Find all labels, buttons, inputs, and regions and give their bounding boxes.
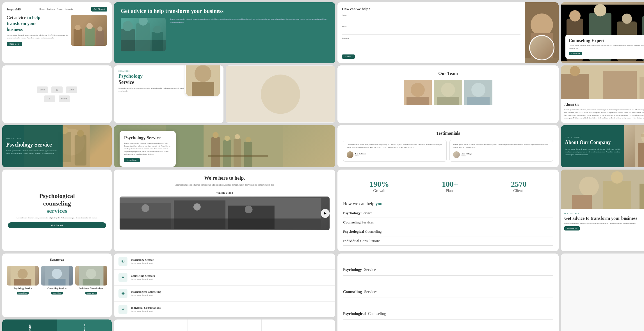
logo-2: ◯ — [51, 86, 63, 93]
service-item-1-desc: Lorem ipsum dolor sit amet — [131, 262, 154, 264]
feature-2-learn-button[interactable]: Learn More — [51, 292, 63, 295]
author-1-role: Client — [355, 155, 366, 157]
who-tag: WHO WE ARE — [6, 137, 59, 140]
team-photo-2 — [434, 80, 462, 105]
testimonials-title: Testimonials — [343, 131, 553, 136]
strip-item-3: Psychological Counseling — [262, 319, 335, 331]
team-title: Our Team — [343, 71, 553, 76]
svg-rect-65 — [641, 134, 644, 137]
get-started-button[interactable]: Get Started — [91, 7, 107, 12]
watch-video-label: Watch Video — [120, 191, 330, 194]
logos-card: LOGO ◯ Mobisie ◆ BRAND — [2, 65, 112, 123]
service-list-item-2-text: Counseling Services Lorem ipsum dolor si… — [131, 274, 155, 280]
service-item-2-desc: Lorem ipsum dolor sit amet — [131, 278, 155, 280]
read-more-button[interactable]: Read More — [7, 42, 22, 46]
features-title: Features — [7, 258, 107, 262]
author-2-name: Ann Hidalgo — [462, 153, 472, 155]
psychology-label: Psychology Service — [2, 319, 57, 331]
service-item-4-title: Individual Consultations — [131, 306, 161, 309]
stat-growth: 190% Growth — [369, 180, 389, 193]
svg-point-38 — [471, 83, 485, 97]
svg-point-27 — [195, 65, 211, 82]
submit-button[interactable]: Submit — [342, 54, 355, 59]
service-tag: SERVICES — [118, 70, 185, 72]
textarea-label: Textarea — [342, 37, 520, 39]
who-we-are-card: WHO WE ARE Psychology Service Lorem ipsu… — [2, 125, 112, 167]
author-1-name: Ben Calhoun — [355, 153, 366, 155]
video-thumbnail[interactable]: ▶ — [120, 197, 330, 230]
stat-clients-number: 2570 — [511, 180, 527, 189]
svg-rect-36 — [437, 97, 459, 105]
mission-tag: OUR MISSION — [565, 136, 623, 138]
feature-2-image — [41, 266, 73, 286]
logo-5: BRAND — [59, 95, 70, 102]
nav-home[interactable]: Home — [39, 8, 45, 10]
stat-clients-label: Clients — [511, 189, 527, 193]
features-grid: Psychology Service Learn More Counseling… — [7, 266, 107, 295]
svg-rect-59 — [244, 142, 252, 167]
hero-card: InspireMS Home Features About Contacts G… — [2, 2, 112, 63]
company-title: About Our Company — [565, 140, 623, 146]
advice-read-more-button[interactable]: Read More — [564, 226, 580, 230]
svg-rect-41 — [561, 74, 589, 99]
play-button[interactable]: ▶ — [321, 209, 330, 218]
feature-1: Psychology Service Learn More — [7, 266, 39, 295]
svg-point-75 — [579, 177, 599, 196]
business-image — [121, 18, 166, 51]
textarea-input[interactable] — [342, 40, 520, 50]
expert-card: Counseling Expert Lorem ipsum dolor sit … — [561, 2, 644, 63]
get-started-counseling-button[interactable]: Get Started — [8, 222, 106, 228]
about-company-text: OUR MISSION About Our Company Lorem ipsu… — [561, 125, 627, 167]
contact-title: How can we help? — [342, 7, 520, 11]
svg-point-58 — [235, 134, 240, 139]
service-item-2-title: Counseling Services — [131, 274, 155, 277]
about-us-title: About Us — [564, 102, 644, 107]
svg-rect-44 — [640, 77, 644, 99]
hero-title: Get advice to help transform your busine… — [7, 15, 68, 32]
svg-point-85 — [52, 269, 62, 279]
vertical-labels-card: Psychology Service Counseling Services — [2, 319, 112, 331]
expert-overlay: Counseling Expert Lorem ipsum dolor sit … — [565, 35, 644, 59]
feature-3-learn-button[interactable]: Learn More — [85, 292, 97, 295]
nav-features[interactable]: Features — [47, 8, 55, 10]
svg-rect-43 — [603, 71, 637, 99]
name-input[interactable] — [342, 17, 520, 23]
service-list-item-1-text: Psychology Service Lorem ipsum dolor sit… — [131, 258, 154, 264]
service-list-item-4-text: Individual Consultations Lorem ipsum dol… — [131, 306, 161, 312]
tour-button[interactable]: Tour More — [569, 52, 582, 55]
counseling-label: Counseling Services — [57, 319, 112, 331]
feature-2: Counseling Services Learn More — [41, 266, 73, 295]
author-1-info: Ben Calhoun Client — [355, 153, 366, 157]
feature-1-learn-button[interactable]: Learn More — [17, 292, 29, 295]
nav-about[interactable]: About — [57, 8, 63, 10]
hero-text: Get advice to help transform your busine… — [7, 15, 68, 46]
nav-contacts[interactable]: Contacts — [65, 8, 73, 10]
service-list: ☯ Psychology Service Lorem ipsum dolor s… — [114, 254, 335, 317]
learn-more-button[interactable]: Learn More — [124, 158, 140, 162]
svg-point-19 — [569, 10, 581, 22]
stats-card: 190% Growth 100+ Plans 2570 Clients How … — [337, 170, 559, 251]
nav-links: Home Features About Contacts — [39, 8, 73, 10]
email-field: Email — [342, 26, 520, 35]
name-label: Name — [342, 14, 520, 16]
svg-point-82 — [18, 269, 28, 279]
psych-service-2-panel: Psychology Service Lorem ipsum dolor sit… — [120, 131, 176, 167]
svg-rect-28 — [192, 82, 214, 96]
service-labels-strip: Psychology Service Counseling Services P… — [114, 319, 335, 331]
svg-point-88 — [86, 269, 96, 279]
logo-3: Mobisie — [66, 86, 77, 93]
svg-point-5 — [97, 26, 102, 31]
psych-footer-card: Psychology Service. — [561, 254, 644, 331]
logos-row-1: LOGO ◯ Mobisie — [37, 86, 77, 93]
about-us-image — [561, 65, 644, 99]
business-image-inner — [121, 18, 166, 51]
svg-rect-64 — [638, 143, 644, 167]
svg-point-23 — [622, 14, 632, 24]
advice-image — [561, 170, 644, 209]
psych-service-2-title: Psychology Service — [124, 135, 171, 140]
stat-plans-number: 100+ — [442, 180, 458, 189]
svg-point-56 — [224, 136, 230, 141]
textarea-field: Textarea — [342, 37, 520, 51]
testimonial-1: Lorem ipsum dolor sit amet, consectetur … — [343, 140, 447, 162]
email-input[interactable] — [342, 29, 520, 35]
